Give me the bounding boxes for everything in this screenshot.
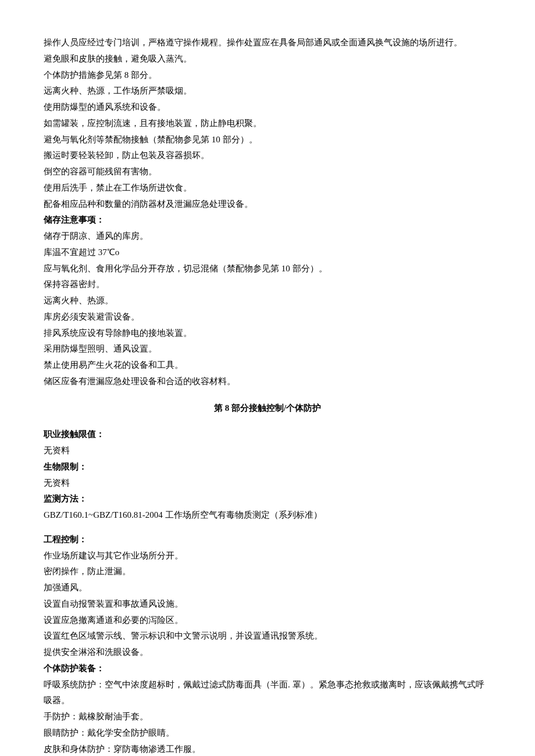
handling-line: 个体防护措施参见第 8 部分。 <box>44 67 491 84</box>
storage-line: 库温不宜超过 37℃o <box>44 245 491 261</box>
storage-line: 应与氧化剂、食用化学品分开存放，切忌混储（禁配物参见第 10 部分）。 <box>44 261 491 277</box>
ppe-line: 呼吸系统防护：空气中浓度超标时，佩戴过滤式防毒面具（半面. 罩）。紧急事态抢救或… <box>44 677 491 710</box>
engineering-control-label: 工程控制： <box>44 532 491 548</box>
ppe-label: 个体防护装备： <box>44 661 491 677</box>
handling-line: 使用后洗手，禁止在工作场所进饮食。 <box>44 180 491 196</box>
storage-line: 排风系统应设有导除静电的接地装置。 <box>44 325 491 342</box>
storage-line: 库房必须安装避雷设备。 <box>44 309 491 325</box>
ppe-line: 眼睛防护：戴化学安全防护眼睛。 <box>44 725 491 741</box>
storage-line: 采用防爆型照明、通风设置。 <box>44 341 491 357</box>
section-8-title: 第 8 部分接触控制/个体防护 <box>44 400 491 417</box>
handling-line: 配备相应品种和数量的消防器材及泄漏应急处理设备。 <box>44 196 491 213</box>
handling-line: 倒空的容器可能残留有害物。 <box>44 164 491 180</box>
biological-limit-value: 无资料 <box>44 475 491 492</box>
biological-limit-label: 生物限制： <box>44 459 491 475</box>
engineering-control-line: 提供安全淋浴和洗眼设备。 <box>44 644 491 661</box>
handling-line: 远离火种、热源，工作场所严禁吸烟。 <box>44 83 491 99</box>
handling-line: 避免眼和皮肤的接触，避免吸入蒸汽。 <box>44 51 491 67</box>
engineering-control-line: 设置红色区域警示线、警示标识和中文警示说明，并设置通讯报警系统。 <box>44 628 491 644</box>
handling-line: 搬运时要轻装轻卸，防止包装及容器损坏。 <box>44 148 491 164</box>
engineering-control-line: 作业场所建议与其它作业场所分开。 <box>44 548 491 564</box>
engineering-control-line: 设置自动报警装置和事故通风设施。 <box>44 596 491 612</box>
ppe-line: 皮肤和身体防护：穿防毒物渗透工作服。 <box>44 741 491 757</box>
ppe-line: 手防护：戴橡胶耐油手套。 <box>44 709 491 725</box>
storage-heading: 储存注意事项： <box>44 212 491 228</box>
handling-line: 操作人员应经过专门培训，严格遵守操作规程。操作处置应在具备局部通风或全面通风换气… <box>44 35 491 51</box>
engineering-control-line: 密闭操作，防止泄漏。 <box>44 564 491 580</box>
monitoring-method-value: GBZ/T160.1~GBZ/T160.81-2004 工作场所空气有毒物质测定… <box>44 507 491 524</box>
occupational-limit-label: 职业接触限值： <box>44 427 491 443</box>
storage-line: 储存于阴凉、通风的库房。 <box>44 228 491 245</box>
occupational-limit-value: 无资料 <box>44 443 491 459</box>
handling-line: 避免与氧化剂等禁配物接触（禁配物参见第 10 部分）。 <box>44 132 491 148</box>
storage-line: 禁止使用易产生火花的设备和工具。 <box>44 357 491 374</box>
engineering-control-line: 设置应急撤离通道和必要的泻险区。 <box>44 612 491 629</box>
storage-line: 远离火种、热源。 <box>44 293 491 309</box>
storage-line: 保持容器密封。 <box>44 277 491 293</box>
monitoring-method-label: 监测方法： <box>44 491 491 507</box>
engineering-control-line: 加强通风。 <box>44 580 491 596</box>
handling-line: 使用防爆型的通风系统和设备。 <box>44 99 491 116</box>
handling-line: 如需罐装，应控制流速，且有接地装置，防止静电积聚。 <box>44 116 491 132</box>
storage-line: 储区应备有泄漏应急处理设备和合适的收容材料。 <box>44 374 491 390</box>
